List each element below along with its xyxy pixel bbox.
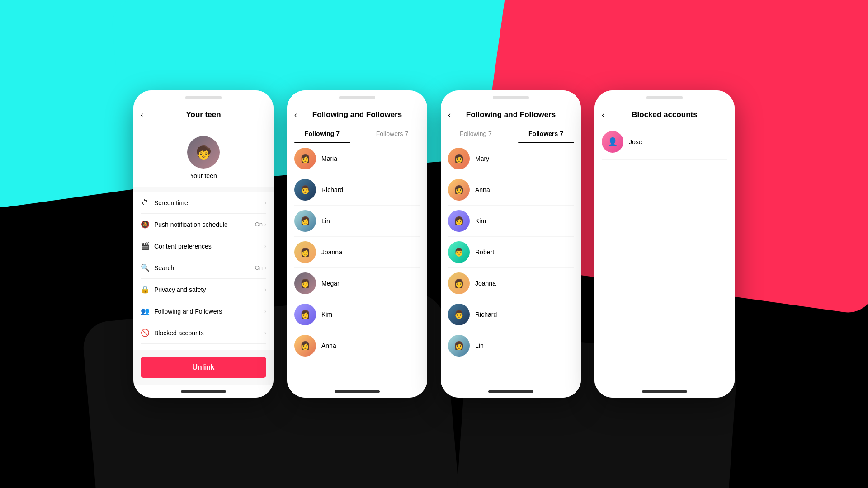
avatar: 👩 (294, 272, 316, 294)
phone-4-title: Blocked accounts (632, 110, 698, 119)
screen-time-label: Screen time (154, 199, 188, 206)
following-followers-icon: 👥 (141, 307, 150, 315)
chevron-icon-5: › (264, 286, 266, 293)
blocked-name: Jose (629, 138, 642, 145)
phone-4-notch (646, 96, 683, 99)
list-item: 👩 Kim (448, 206, 574, 237)
user-name: Joanna (475, 280, 496, 287)
list-item: 👨 Robert (448, 237, 574, 268)
phone-2-top (287, 90, 427, 105)
blocked-accounts-icon: 🚫 (141, 328, 150, 337)
tab-followers[interactable]: Followers 7 (357, 125, 427, 143)
phone-1-menu: ⏱ Screen time › 🔕 Push notification sche… (133, 192, 274, 344)
phone-3-followers: ‹ Following and Followers Following 7 Fo… (441, 90, 581, 398)
screen-time-icon: ⏱ (141, 199, 150, 207)
search-value: On (255, 264, 263, 271)
avatar: 👩 (294, 304, 316, 325)
chevron-icon-4: › (264, 265, 266, 271)
user-name: Robert (475, 249, 494, 256)
search-icon: 🔍 (141, 263, 150, 272)
phone-3-tabs: Following 7 Followers 7 (441, 125, 581, 143)
blocked-item: 👤 Jose (602, 125, 727, 160)
list-item: 👩 Joanna (448, 268, 574, 299)
phone-1-title: Your teen (186, 110, 221, 119)
phone-2-following-list: 👩 Maria 👨 Richard 👩 Lin 👩 Joanna 👩 (287, 143, 427, 385)
menu-item-push-notification[interactable]: 🔕 Push notification schedule On › (141, 214, 266, 235)
user-name: Richard (475, 311, 497, 318)
user-name: Lin (475, 342, 484, 349)
phone-1-header: ‹ Your teen (133, 105, 274, 125)
menu-item-blocked-accounts[interactable]: 🚫 Blocked accounts › (141, 322, 266, 344)
phone-3-content: ‹ Following and Followers Following 7 Fo… (441, 105, 581, 385)
phone-2-header: ‹ Following and Followers (287, 105, 427, 125)
avatar: 👩 (448, 179, 470, 201)
phone-3-home-bar (488, 390, 533, 393)
user-name: Richard (321, 186, 343, 193)
menu-item-content-preferences[interactable]: 🎬 Content preferences › (141, 235, 266, 257)
phone-1-profile-name: Your teen (190, 172, 217, 179)
blocked-avatar: 👤 (602, 131, 623, 153)
tab-followers-3[interactable]: Followers 7 (511, 125, 581, 143)
tab-following-3[interactable]: Following 7 (441, 125, 511, 143)
phone-3-followers-list: 👩 Mary 👩 Anna 👩 Kim 👨 Robert 👩 Jo (441, 143, 581, 385)
phone-1-notch (185, 96, 222, 99)
content-preferences-label: Content preferences (154, 243, 212, 250)
unlink-button[interactable]: Unlink (141, 357, 266, 378)
avatar: 👩 (448, 148, 470, 169)
phone-2-content: ‹ Following and Followers Following 7 Fo… (287, 105, 427, 385)
phone-4-back-button[interactable]: ‹ (602, 110, 604, 120)
phone-2-back-button[interactable]: ‹ (294, 110, 297, 120)
phone-1-content: ‹ Your teen 🧒 Your teen ⏱ Screen time › (133, 105, 274, 385)
phone-3-title: Following and Followers (466, 110, 556, 119)
privacy-safety-icon: 🔒 (141, 285, 150, 294)
user-name: Lin (321, 217, 330, 225)
list-item: 👩 Lin (448, 330, 574, 361)
phones-container: ‹ Your teen 🧒 Your teen ⏱ Screen time › (0, 0, 868, 488)
chevron-icon-7: › (264, 330, 266, 336)
phone-1-profile: 🧒 Your teen (133, 125, 274, 187)
list-item: 👩 Joanna (294, 237, 420, 268)
chevron-icon-3: › (264, 243, 266, 249)
content-preferences-icon: 🎬 (141, 242, 150, 250)
user-name: Anna (321, 342, 336, 349)
list-item: 👩 Mary (448, 143, 574, 174)
list-item: 👩 Anna (448, 174, 574, 206)
phone-1-bottom (133, 385, 274, 398)
user-name: Kim (475, 217, 486, 225)
phone-3-bottom (441, 385, 581, 398)
phone-3-top (441, 90, 581, 105)
phone-1-settings: ‹ Your teen 🧒 Your teen ⏱ Screen time › (133, 90, 274, 398)
phone-3-back-button[interactable]: ‹ (448, 110, 451, 120)
phone-4-blocked: ‹ Blocked accounts 👤 Jose (594, 90, 735, 398)
avatar: 👩 (448, 335, 470, 357)
following-followers-label: Following and Followers (154, 308, 222, 315)
menu-item-privacy-safety[interactable]: 🔒 Privacy and safety › (141, 279, 266, 300)
list-item: 👩 Lin (294, 206, 420, 237)
privacy-safety-label: Privacy and safety (154, 286, 206, 293)
list-item: 👩 Maria (294, 143, 420, 174)
menu-item-following-followers[interactable]: 👥 Following and Followers › (141, 300, 266, 322)
push-notification-value: On (255, 221, 263, 228)
phone-1-avatar-image: 🧒 (187, 136, 220, 169)
user-name: Megan (321, 280, 341, 287)
push-notification-label: Push notification schedule (154, 221, 228, 228)
phone-2-tabs: Following 7 Followers 7 (287, 125, 427, 143)
menu-item-screen-time[interactable]: ⏱ Screen time › (141, 192, 266, 214)
phone-3-header: ‹ Following and Followers (441, 105, 581, 125)
avatar: 👨 (448, 241, 470, 263)
phone-4-bottom (594, 385, 735, 398)
user-name: Maria (321, 155, 337, 162)
chevron-icon-6: › (264, 308, 266, 314)
user-name: Kim (321, 311, 332, 318)
phone-4-blocked-list: 👤 Jose (594, 125, 735, 385)
search-label: Search (154, 264, 174, 272)
user-name: Mary (475, 155, 489, 162)
list-item: 👩 Megan (294, 268, 420, 299)
list-item: 👨 Richard (294, 174, 420, 206)
menu-item-search[interactable]: 🔍 Search On › (141, 257, 266, 279)
tab-following[interactable]: Following 7 (287, 125, 357, 143)
phone-1-avatar: 🧒 (187, 136, 220, 169)
phone-1-top (133, 90, 274, 105)
chevron-icon: › (264, 200, 266, 206)
phone-1-back-button[interactable]: ‹ (141, 110, 143, 120)
